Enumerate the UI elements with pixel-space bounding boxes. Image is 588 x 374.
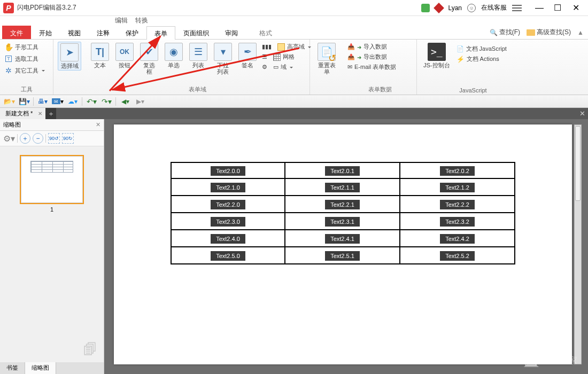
tab-annotate[interactable]: 注释: [89, 26, 118, 39]
form-field[interactable]: Text2.3.0: [211, 217, 245, 227]
close-all-tabs[interactable]: ✕: [576, 108, 588, 119]
tab-form[interactable]: 表单: [146, 26, 175, 40]
highlight-field[interactable]: ▮▮▮ 高亮域: [262, 43, 311, 51]
reset-form-icon: 📄↺: [318, 43, 336, 61]
find-button[interactable]: 🔍查找(F): [490, 28, 520, 37]
radio-field-button[interactable]: ◉单选: [164, 42, 184, 69]
mail-button[interactable]: ✉▾: [52, 97, 64, 106]
ribbon-collapse-icon[interactable]: ▲: [577, 29, 584, 36]
checkbox-field-button[interactable]: ✔复选框: [139, 42, 159, 76]
import-data[interactable]: 📥导入数据: [347, 43, 396, 51]
select-field-button[interactable]: ➤ 选择域: [58, 42, 81, 71]
minimize-button[interactable]: —: [530, 2, 548, 14]
tab-view[interactable]: 视图: [60, 26, 89, 39]
group-label-form-fields: 表单域: [90, 84, 305, 94]
rotate-ccw-icon[interactable]: 90↺: [48, 133, 60, 144]
zoom-out-icon[interactable]: −: [33, 133, 43, 144]
close-panel-icon[interactable]: ✕: [96, 121, 100, 128]
form-field[interactable]: Text2.4.0: [211, 234, 245, 244]
close-button[interactable]: ✕: [567, 2, 585, 14]
nav-back-button[interactable]: ◀▾: [119, 97, 131, 106]
group-label-js: JavaScript: [421, 86, 525, 94]
tab-review[interactable]: 审阅: [217, 26, 246, 39]
zoom-in-icon[interactable]: ＋: [20, 133, 30, 144]
menu-icon[interactable]: [512, 5, 522, 11]
vertical-scrollbar[interactable]: [574, 124, 582, 364]
export-data[interactable]: 📤导出数据: [347, 53, 396, 61]
ribbon: ✋手形工具 T选取工具 ✲其它工具 工具 ➤ 选择域 T|文本 OK按钮 ✔复选…: [0, 40, 588, 95]
form-field[interactable]: Text2.1.2: [440, 183, 475, 192]
thumb-options-icon[interactable]: ⚙▾: [3, 134, 15, 144]
save-button[interactable]: 💾▾: [18, 97, 30, 106]
online-service-link[interactable]: 在线客服: [481, 3, 507, 12]
close-tab-icon[interactable]: ✕: [38, 111, 42, 116]
form-field[interactable]: Text2.5.1: [325, 251, 360, 261]
tab-format[interactable]: 格式: [251, 26, 280, 39]
doc-actions[interactable]: 文档 Actions: [457, 55, 507, 63]
grid-toggle[interactable]: ☰ 网格: [262, 53, 311, 61]
panel-tab-thumbnails[interactable]: 缩略图: [25, 362, 56, 374]
text-field-icon: T|: [91, 43, 109, 61]
sign-field-button[interactable]: ✒签名: [237, 42, 258, 69]
form-field[interactable]: Text2.1.1: [325, 183, 360, 192]
panel-tab-bookmarks[interactable]: 书签: [0, 362, 25, 374]
undo-button[interactable]: ↶▾: [86, 97, 97, 106]
console-icon: >_: [428, 43, 446, 61]
folder-icon: [527, 29, 535, 36]
form-field[interactable]: Text2.2.2: [440, 200, 475, 209]
cloud-button[interactable]: ☁▾: [67, 97, 79, 106]
reset-form-button[interactable]: 📄↺ 重置表单: [314, 42, 339, 76]
nav-forward-button[interactable]: ▶▾: [134, 97, 146, 106]
doc-javascript[interactable]: 📄文档 JavaScript: [457, 45, 507, 53]
tab-page-org[interactable]: 页面组织: [175, 26, 217, 39]
form-table: Text2.0.0Text2.0.1Text2.0.2 Text2.1.0Tex…: [171, 162, 515, 264]
form-field[interactable]: Text2.3.2: [440, 217, 475, 227]
copy-pages-icon[interactable]: 🗐: [83, 341, 97, 358]
dropdown-icon: ▾: [214, 43, 232, 61]
button-field-button[interactable]: OK按钮: [114, 42, 135, 69]
submenu-convert[interactable]: 转换: [135, 16, 148, 25]
tab-start[interactable]: 开始: [31, 26, 60, 39]
js-console-button[interactable]: >_ JS-控制台: [421, 42, 452, 69]
email-form-data[interactable]: ✉E-mail 表单数据: [347, 63, 396, 71]
add-document-tab[interactable]: ＋: [45, 108, 56, 119]
submenu-edit[interactable]: 编辑: [115, 16, 128, 25]
wechat-icon[interactable]: [421, 4, 430, 12]
pdf-page: Text2.0.0Text2.0.1Text2.0.2 Text2.1.0Tex…: [114, 124, 572, 364]
form-field[interactable]: Text2.5.0: [211, 251, 245, 261]
print-button[interactable]: 🖶▾: [37, 97, 49, 106]
page-thumbnail[interactable]: [21, 156, 83, 203]
lightning-icon: [457, 56, 465, 63]
dropdown-field-button[interactable]: ▾下拉列表: [213, 42, 233, 76]
signature-icon: ✒: [238, 43, 257, 61]
form-field[interactable]: Text2.4.2: [440, 234, 475, 244]
adv-find-button[interactable]: 高级查找(S): [527, 28, 571, 37]
form-field[interactable]: Text2.4.1: [325, 234, 360, 244]
thumbnail-panel: 缩略图 ✕ ⚙▾ ＋ − 90↺ 90↻ 1 🗐 书签 缩略图: [0, 119, 104, 374]
hand-tool[interactable]: ✋手形工具: [4, 43, 45, 51]
form-field[interactable]: Text2.1.0: [211, 183, 245, 192]
field-menu[interactable]: ▭域: [262, 63, 311, 71]
form-field[interactable]: Text2.0.1: [325, 166, 360, 176]
text-field-button[interactable]: T|文本: [90, 42, 110, 69]
form-field[interactable]: Text2.5.2: [440, 251, 475, 261]
rotate-cw-icon[interactable]: 90↻: [62, 133, 74, 144]
import-icon: 📥: [347, 43, 355, 50]
document-canvas[interactable]: Text2.0.0Text2.0.1Text2.0.2 Text2.1.0Tex…: [104, 119, 588, 374]
form-field[interactable]: Text2.2.0: [211, 200, 245, 209]
redo-button[interactable]: ↷▾: [100, 97, 112, 106]
tab-protect[interactable]: 保护: [118, 26, 146, 39]
form-field[interactable]: Text2.2.1: [325, 200, 360, 209]
tab-file[interactable]: 文件: [2, 26, 31, 39]
user-name[interactable]: Lyan: [448, 4, 462, 12]
checkbox-icon: ✔: [140, 43, 158, 61]
form-field[interactable]: Text2.0.0: [211, 166, 245, 176]
form-field[interactable]: Text2.3.1: [325, 217, 360, 227]
document-tab[interactable]: 新建文档 *✕: [0, 108, 45, 119]
list-field-button[interactable]: ☰列表: [188, 42, 208, 69]
maximize-button[interactable]: ☐: [548, 2, 567, 14]
select-tool[interactable]: T选取工具: [4, 54, 45, 63]
other-tools[interactable]: ✲其它工具: [4, 66, 45, 75]
open-button[interactable]: 📂▾: [3, 97, 15, 106]
form-field[interactable]: Text2.0.2: [440, 166, 475, 176]
